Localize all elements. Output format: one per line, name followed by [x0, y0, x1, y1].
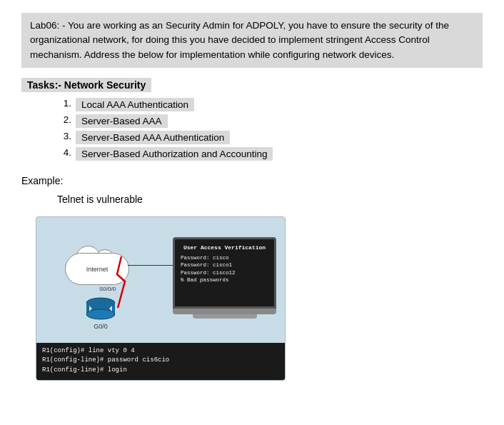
list-item: 1. Local AAA Authentication	[57, 98, 483, 111]
router-svg	[85, 296, 116, 320]
tasks-header: Tasks:- Network Security	[21, 78, 151, 92]
task-label: Server-Based AAA	[76, 114, 168, 128]
task-number: 4.	[57, 147, 71, 158]
example-header: Example:	[21, 175, 483, 186]
line-segment	[128, 265, 149, 266]
monitor-line: Password: cisco12	[181, 269, 268, 277]
task-number: 3.	[57, 131, 71, 141]
task-label: Server-Based AAA Authentication	[76, 131, 230, 144]
task-label: Server-Based Authorization and Accountin…	[76, 147, 273, 161]
router-icon: S0/0/0 G0/0	[85, 296, 116, 330]
task-number: 1.	[57, 98, 71, 109]
monitor-base	[173, 309, 276, 314]
router-label: G0/0	[85, 323, 116, 330]
monitor-line: Password: cisco	[181, 254, 268, 262]
monitor-title: User Access Verification	[181, 244, 268, 251]
monitor-line: Password: cisco1	[181, 261, 268, 269]
terminal-line: R1(config-line)# password cis6cio	[42, 356, 279, 366]
task-list: 1. Local AAA Authentication 2. Server-Ba…	[21, 98, 483, 161]
router-sublabel: S0/0/0	[99, 286, 116, 292]
monitor: User Access Verification Password: cisco…	[173, 237, 276, 319]
list-item: 2. Server-Based AAA	[57, 114, 483, 128]
terminal-line: R1(config)# line vty 0 4	[42, 346, 279, 356]
lab-description: Lab06: - You are working as an Security …	[21, 13, 483, 68]
monitor-line: % Bad passwords	[181, 276, 268, 284]
list-item: 3. Server-Based AAA Authentication	[57, 131, 483, 144]
svg-point-2	[86, 309, 115, 319]
task-label: Local AAA Authentication	[76, 98, 194, 111]
example-text: Telnet is vulnerable	[57, 194, 143, 205]
network-diagram: Internet S0/0/0 G0/0 Use	[36, 216, 286, 381]
terminal-line: R1(config-line)# login	[42, 366, 279, 376]
example-list: Telnet is vulnerable	[21, 194, 483, 205]
list-item: 4. Server-Based Authorization and Accoun…	[57, 147, 483, 161]
cloud-label: Internet	[86, 266, 109, 273]
task-number: 2.	[57, 114, 71, 125]
terminal: R1(config)# line vty 0 4 R1(config-line)…	[36, 343, 285, 380]
monitor-screen: User Access Verification Password: cisco…	[173, 237, 276, 309]
list-item: Telnet is vulnerable	[57, 194, 483, 205]
monitor-foot	[193, 314, 257, 319]
